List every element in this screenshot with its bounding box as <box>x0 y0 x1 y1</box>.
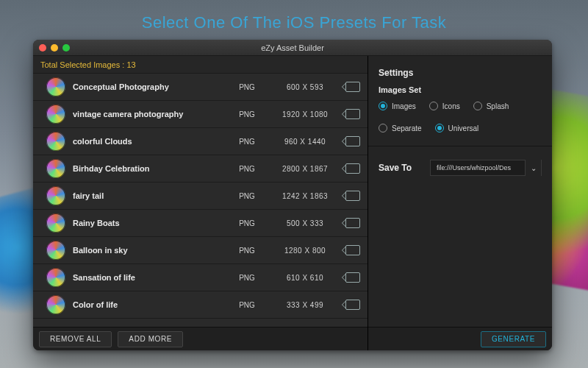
image-dimensions: 2800 X 1867 <box>272 165 338 173</box>
remove-row-button[interactable] <box>345 218 360 228</box>
image-dimensions: 610 X 610 <box>272 274 338 282</box>
thumbnail <box>46 77 65 96</box>
image-row: Sansation of lifePNG610 X 610 <box>33 264 368 291</box>
image-row: Birhday CelebrationPNG2800 X 1867 <box>33 155 368 183</box>
marketing-tagline: Select One Of The iOS Presets For Task <box>0 13 588 32</box>
image-name: fairy tail <box>73 191 222 200</box>
image-format: PNG <box>229 192 265 200</box>
images-set-heading: Images Set <box>379 85 542 94</box>
image-row: Rainy BoatsPNG500 X 333 <box>33 210 368 237</box>
image-name: Rainy Boats <box>73 219 222 227</box>
image-format: PNG <box>229 219 265 227</box>
remove-row-button[interactable] <box>345 109 360 119</box>
images-set-mode-option[interactable]: Separate <box>379 124 422 132</box>
image-dimensions: 1242 X 1863 <box>272 192 338 200</box>
radio-icon <box>379 102 387 110</box>
save-to-browse-button[interactable]: ⌄ <box>525 160 541 176</box>
image-name: Color of life <box>73 300 222 309</box>
save-to-field: ⌄ <box>430 160 542 176</box>
image-dimensions: 500 X 333 <box>272 219 338 227</box>
window-title: eZy Asset Builder <box>33 43 552 52</box>
image-row: colorful CloudsPNG960 X 1440 <box>33 128 368 155</box>
image-name: colorful Clouds <box>73 137 222 146</box>
titlebar: eZy Asset Builder <box>33 40 552 56</box>
images-set-mode-option[interactable]: Universal <box>435 124 479 132</box>
image-format: PNG <box>229 110 265 118</box>
save-to-label: Save To <box>379 163 423 173</box>
image-format: PNG <box>229 274 265 282</box>
window-close-button[interactable] <box>39 44 46 52</box>
remove-row-button[interactable] <box>345 300 360 310</box>
remove-row-button[interactable] <box>345 136 360 146</box>
image-dimensions: 1280 X 800 <box>272 247 338 255</box>
remove-row-button[interactable] <box>345 163 360 174</box>
window-zoom-button[interactable] <box>62 44 70 52</box>
images-set-type-group: ImagesIconsSplash <box>379 102 542 110</box>
image-row: fairy tailPNG1242 X 1863 <box>33 183 368 210</box>
thumbnail <box>46 186 65 205</box>
right-toolbar: GENERATE <box>368 327 552 350</box>
thumbnail <box>46 241 65 260</box>
remove-row-button[interactable] <box>345 272 360 283</box>
images-set-type-option[interactable]: Splash <box>473 102 509 110</box>
generate-button[interactable]: GENERATE <box>481 331 546 347</box>
divider <box>368 146 552 146</box>
window-minimize-button[interactable] <box>51 44 58 52</box>
image-dimensions: 333 X 499 <box>272 301 338 309</box>
image-name: Sansation of life <box>73 273 222 282</box>
images-pane: Total Selected Images : 13 Conceptual Ph… <box>33 56 368 350</box>
radio-icon <box>473 102 482 110</box>
remove-all-button[interactable]: REMOVE ALL <box>39 331 112 347</box>
thumbnail <box>46 159 65 178</box>
image-format: PNG <box>229 247 265 255</box>
images-set-type-option[interactable]: Images <box>379 102 416 110</box>
settings-heading: Settings <box>379 68 542 78</box>
image-name: Conceptual Photography <box>73 82 222 91</box>
settings-pane: Settings Images Set ImagesIconsSplash Se… <box>368 56 552 350</box>
image-dimensions: 960 X 1440 <box>272 138 338 146</box>
image-name: Birhday Celebration <box>73 164 222 173</box>
add-more-button[interactable]: ADD MORE <box>118 331 183 347</box>
radio-label: Universal <box>448 124 479 132</box>
thumbnail <box>46 132 65 151</box>
save-to-input[interactable] <box>431 164 525 171</box>
radio-icon <box>435 124 444 132</box>
image-name: vintage camera photography <box>73 110 222 118</box>
thumbnail <box>46 295 65 314</box>
radio-label: Images <box>392 102 416 110</box>
radio-label: Splash <box>487 102 509 110</box>
radio-label: Separate <box>392 124 422 132</box>
image-format: PNG <box>229 83 265 91</box>
remove-row-button[interactable] <box>345 82 360 92</box>
chevron-down-icon: ⌄ <box>531 164 537 172</box>
remove-row-button[interactable] <box>345 191 360 201</box>
radio-icon <box>379 124 387 132</box>
image-row: Color of lifePNG333 X 499 <box>33 291 368 319</box>
thumbnail <box>46 105 65 124</box>
image-format: PNG <box>229 138 265 146</box>
app-window: eZy Asset Builder Total Selected Images … <box>33 40 552 350</box>
radio-label: Icons <box>442 102 460 110</box>
image-row: vintage camera photographyPNG1920 X 1080 <box>33 101 368 128</box>
image-name: Balloon in sky <box>73 246 222 255</box>
images-set-mode-group: SeparateUniversal <box>379 124 542 132</box>
left-toolbar: REMOVE ALL ADD MORE <box>33 327 368 350</box>
image-format: PNG <box>229 165 265 173</box>
images-set-type-option[interactable]: Icons <box>429 102 460 110</box>
radio-icon <box>429 102 438 110</box>
image-dimensions: 600 X 593 <box>272 83 338 91</box>
image-row: Conceptual PhotographyPNG600 X 593 <box>33 74 368 101</box>
image-format: PNG <box>229 301 265 309</box>
remove-row-button[interactable] <box>345 245 360 255</box>
selected-count: Total Selected Images : 13 <box>33 56 368 74</box>
thumbnail <box>46 268 65 287</box>
image-dimensions: 1920 X 1080 <box>272 110 338 118</box>
image-row: Balloon in skyPNG1280 X 800 <box>33 237 368 264</box>
image-list: Conceptual PhotographyPNG600 X 593vintag… <box>33 74 368 327</box>
thumbnail <box>46 213 65 233</box>
